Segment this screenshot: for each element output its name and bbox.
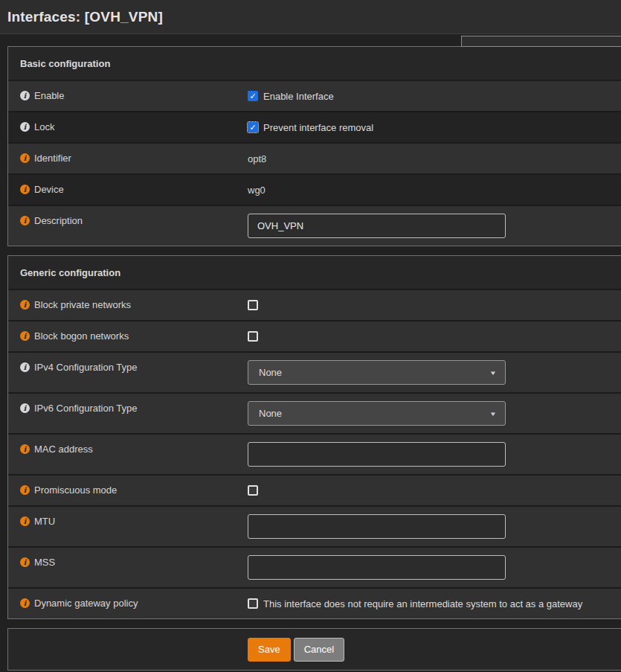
mac-address-input[interactable]	[248, 442, 506, 467]
row-label: Block bogon networks	[34, 331, 129, 342]
row-label-cell: iDynamic gateway policy	[8, 589, 248, 618]
lock-checkbox[interactable]: ✓	[248, 122, 258, 132]
row-control-cell: None▼	[248, 394, 621, 433]
row-label-cell: iPromiscuous mode	[8, 476, 248, 505]
form-row-mac-address: iMAC address	[8, 433, 621, 474]
info-icon[interactable]: i	[20, 216, 30, 225]
row-control-cell: This interface does not require an inter…	[248, 589, 621, 618]
footer-actions: Save Cancel	[7, 628, 621, 671]
save-button[interactable]: Save	[248, 638, 291, 662]
row-label: MAC address	[34, 444, 93, 455]
row-control-cell	[248, 206, 621, 246]
form-row-ipv4-configuration-type: iIPv4 Configuration TypeNone▼	[8, 351, 621, 392]
form-row-identifier: iIdentifieropt8	[8, 142, 621, 173]
mtu-input[interactable]	[248, 514, 506, 539]
row-control-cell: opt8	[248, 144, 621, 173]
row-control-cell: ✓Enable Interface	[248, 81, 621, 111]
row-label: Description	[34, 216, 83, 226]
ipv6-configuration-type-select[interactable]: None▼	[248, 401, 506, 426]
row-label-cell: iIPv6 Configuration Type	[8, 394, 248, 433]
info-icon[interactable]: i	[20, 485, 30, 495]
mss-input[interactable]	[248, 555, 506, 580]
panel-header: Basic configuration	[8, 47, 621, 80]
row-control-cell	[248, 507, 621, 546]
row-label: Dynamic gateway policy	[34, 598, 138, 609]
select-value: None	[259, 367, 282, 378]
checkbox-label: Enable Interface	[263, 91, 334, 102]
info-icon[interactable]: i	[20, 403, 30, 413]
block-private-networks-checkbox[interactable]	[248, 300, 258, 310]
form-row-device: iDevicewg0	[8, 173, 621, 205]
info-icon[interactable]: i	[20, 91, 30, 100]
row-label: Promiscuous mode	[34, 485, 117, 496]
info-icon[interactable]: i	[20, 362, 30, 372]
panel-generic-configuration: Generic configurationiBlock private netw…	[7, 255, 621, 619]
check-icon: ✓	[249, 92, 256, 100]
row-label-cell: iBlock private networks	[8, 290, 248, 320]
block-bogon-networks-checkbox[interactable]	[248, 331, 258, 342]
row-label-cell: iIPv4 Configuration Type	[8, 353, 248, 392]
row-label: Device	[34, 185, 64, 195]
form-row-mss: iMSS	[8, 546, 621, 587]
dynamic-gateway-policy-checkbox[interactable]	[248, 598, 258, 609]
chevron-down-icon: ▼	[489, 410, 497, 417]
info-icon[interactable]: i	[20, 300, 30, 310]
info-icon[interactable]: i	[20, 557, 30, 567]
row-label: Enable	[34, 91, 64, 101]
identifier-value: opt8	[248, 153, 266, 164]
info-icon[interactable]: i	[20, 598, 30, 608]
panel-title: Basic configuration	[20, 58, 110, 69]
form-row-dynamic-gateway-policy: iDynamic gateway policyThis interface do…	[8, 587, 621, 618]
info-icon[interactable]: i	[20, 444, 30, 454]
row-control-cell	[248, 476, 621, 505]
row-label: IPv4 Configuration Type	[34, 362, 138, 373]
row-label-cell: iMAC address	[8, 435, 248, 474]
info-icon[interactable]: i	[20, 153, 30, 163]
form-row-enable: iEnable✓Enable Interface	[8, 80, 621, 111]
info-icon[interactable]: i	[20, 516, 30, 526]
promiscuous-mode-checkbox[interactable]	[248, 485, 258, 496]
info-icon[interactable]: i	[20, 122, 30, 132]
description-input[interactable]	[248, 214, 506, 238]
form-row-lock: iLock✓Prevent interface removal	[8, 111, 621, 142]
ipv4-configuration-type-select[interactable]: None▼	[248, 360, 506, 385]
row-control-cell	[248, 290, 621, 320]
form-row-mtu: iMTU	[8, 505, 621, 546]
row-control-cell	[248, 435, 621, 474]
form-panels: Basic configurationiEnable✓Enable Interf…	[0, 46, 621, 619]
form-row-block-private-networks: iBlock private networks	[8, 289, 621, 320]
row-label: Lock	[34, 122, 54, 132]
panel-header: Generic configuration	[8, 256, 621, 289]
select-value: None	[259, 408, 282, 419]
check-icon: ✓	[249, 124, 256, 132]
cancel-button[interactable]: Cancel	[294, 638, 344, 662]
row-label: MTU	[34, 516, 55, 527]
info-icon[interactable]: i	[20, 331, 30, 341]
chevron-down-icon: ▼	[489, 369, 497, 376]
row-label-cell: iLock	[8, 112, 248, 142]
row-label-cell: iMSS	[8, 548, 248, 587]
page-title: Interfaces: [OVH_VPN]	[7, 9, 163, 25]
row-label: Identifier	[34, 153, 71, 164]
row-label: MSS	[34, 557, 55, 568]
row-control-cell: ✓Prevent interface removal	[248, 112, 621, 142]
form-row-promiscuous-mode: iPromiscuous mode	[8, 474, 621, 505]
info-icon[interactable]: i	[20, 185, 30, 194]
row-label-cell: iBlock bogon networks	[8, 321, 248, 351]
checkbox-label: This interface does not require an inter…	[263, 598, 582, 609]
row-control-cell: None▼	[248, 353, 621, 392]
page-header: Interfaces: [OVH_VPN]	[0, 0, 621, 34]
panel-basic-configuration: Basic configurationiEnable✓Enable Interf…	[7, 46, 621, 246]
row-control-cell: wg0	[248, 175, 621, 205]
row-label-cell: iEnable	[8, 81, 248, 111]
top-right-partial-element	[461, 36, 621, 47]
enable-checkbox[interactable]: ✓	[248, 91, 258, 101]
row-label-cell: iMTU	[8, 507, 248, 546]
form-row-ipv6-configuration-type: iIPv6 Configuration TypeNone▼	[8, 392, 621, 433]
form-row-description: iDescription	[8, 205, 621, 246]
row-control-cell	[248, 548, 621, 587]
form-row-block-bogon-networks: iBlock bogon networks	[8, 320, 621, 351]
row-label-cell: iDescription	[8, 206, 248, 246]
row-label: Block private networks	[34, 300, 131, 310]
row-label-cell: iDevice	[8, 175, 248, 205]
